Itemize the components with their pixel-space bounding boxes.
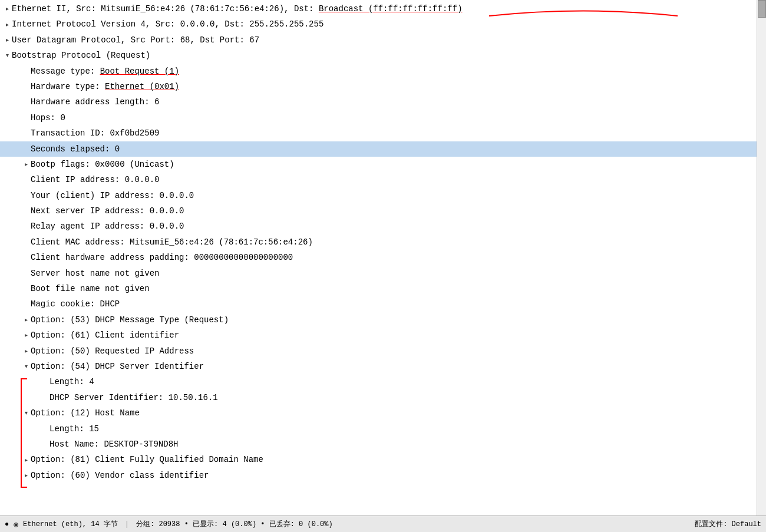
line-text: Length: 15 (49, 422, 99, 435)
line-text: Length: 4 (49, 375, 94, 388)
packet-line-line-magic[interactable]: Magic cookie: DHCP (0, 296, 766, 312)
packet-line-line-opt54[interactable]: ▾Option: (54) DHCP Server Identifier (0, 359, 766, 374)
line-expander[interactable]: ▸ (21, 331, 31, 340)
line-text: Internet Protocol Version 4, Src: 0.0.0.… (12, 18, 323, 31)
packet-line-line-bootfile-not[interactable]: Boot file name not given (0, 281, 766, 296)
line-text: Message type: Boot Request (1) (31, 65, 179, 78)
packet-line-line-hwlen[interactable]: Hardware address length: 6 (0, 94, 766, 110)
line-expander[interactable]: ▸ (21, 160, 31, 169)
line-text: Seconds elapsed: 0 (31, 143, 120, 156)
line-expander[interactable]: ▸ (2, 35, 12, 45)
line-text: Transaction ID: 0xf0bd2509 (31, 127, 159, 140)
packet-line-line-opt12[interactable]: ▾Option: (12) Host Name (0, 405, 766, 421)
line-text: Server host name not given (31, 267, 159, 280)
packet-line-line-ip[interactable]: ▸Internet Protocol Version 4, Src: 0.0.0… (0, 16, 766, 32)
line-text: Client hardware address padding: 0000000… (31, 251, 293, 264)
status-divider: | (125, 520, 129, 528)
scroll-thumb[interactable] (758, 0, 766, 18)
status-right: 配置文件: Default (695, 519, 761, 529)
detail-lines: ▸Ethernet II, Src: MitsumiE_56:e4:26 (78… (0, 0, 766, 484)
packet-line-line-opt54-server[interactable]: DHCP Server Identifier: 10.50.16.1 (0, 390, 766, 405)
status-ethernet-text: Ethernet (eth), 14 字节 (23, 519, 118, 529)
packet-line-line-clientmac[interactable]: Client MAC address: MitsumiE_56:e4:26 (7… (0, 234, 766, 250)
line-text: Hardware type: Ethernet (0x01) (31, 80, 179, 93)
line-text: Host Name: DESKTOP-3T9ND8H (49, 438, 178, 451)
packet-line-line-bootstrap[interactable]: ▾Bootstrap Protocol (Request) (0, 48, 766, 63)
line-text: Bootstrap Protocol (Request) (12, 49, 150, 62)
status-stats: 分组: 20938 • 已显示: 4 (0.0%) • 已丢弃: 0 (0.0%… (136, 519, 333, 529)
packet-line-line-hwtype[interactable]: Hardware type: Ethernet (0x01) (0, 79, 766, 94)
line-text: Next server IP address: 0.0.0.0 (31, 204, 184, 217)
line-text: Option: (61) Client identifier (31, 329, 179, 342)
packet-line-line-hops[interactable]: Hops: 0 (0, 110, 766, 125)
packet-line-line-opt54-len[interactable]: Length: 4 (0, 374, 766, 389)
line-expander[interactable]: ▾ (2, 51, 12, 60)
packet-line-line-opt60[interactable]: ▸Option: (60) Vendor class identifier (0, 468, 766, 483)
line-text: Client IP address: 0.0.0.0 (31, 173, 159, 186)
status-shark-icon: ◉ (14, 520, 18, 529)
line-text: Option: (54) DHCP Server Identifier (31, 360, 204, 373)
packet-line-line-udp[interactable]: ▸User Datagram Protocol, Src Port: 68, D… (0, 32, 766, 48)
line-text: Your (client) IP address: 0.0.0.0 (31, 189, 194, 202)
line-text: Option: (50) Requested IP Address (31, 345, 194, 358)
packet-line-line-txid[interactable]: Transaction ID: 0xf0bd2509 (0, 125, 766, 141)
line-text: Magic cookie: DHCP (31, 298, 120, 310)
line-text: Option: (60) Vendor class identifier (31, 469, 209, 482)
line-text: Hops: 0 (31, 111, 65, 124)
packet-line-line-opt12-len[interactable]: Length: 15 (0, 421, 766, 437)
packet-line-line-msgtype[interactable]: Message type: Boot Request (1) (0, 64, 766, 79)
line-expander[interactable]: ▾ (21, 362, 31, 371)
packet-line-line-ethernet[interactable]: ▸Ethernet II, Src: MitsumiE_56:e4:26 (78… (0, 1, 766, 16)
status-left: ● ◉ Ethernet (eth), 14 字节 (5, 519, 118, 529)
hwtype-underline: Ethernet (0x01) (105, 82, 179, 91)
line-expander[interactable]: ▾ (21, 408, 31, 418)
line-text: Client MAC address: MitsumiE_56:e4:26 (7… (31, 236, 313, 249)
packet-line-line-hostname-not[interactable]: Server host name not given (0, 266, 766, 281)
msgtype-underline: Boot Request (1) (100, 67, 179, 76)
scrollbar[interactable] (757, 0, 766, 516)
packet-line-line-yourip[interactable]: Your (client) IP address: 0.0.0.0 (0, 188, 766, 203)
line-text: Ethernet II, Src: MitsumiE_56:e4:26 (78:… (12, 2, 463, 15)
packet-detail-panel: ▸Ethernet II, Src: MitsumiE_56:e4:26 (78… (0, 0, 766, 516)
line-text: Option: (81) Client Fully Qualified Doma… (31, 453, 263, 466)
packet-line-line-clientip[interactable]: Client IP address: 0.0.0.0 (0, 172, 766, 187)
line-text: Boot file name not given (31, 282, 150, 295)
line-expander[interactable]: ▸ (2, 20, 12, 29)
packet-line-line-nextip[interactable]: Next server IP address: 0.0.0.0 (0, 203, 766, 219)
packet-line-line-opt12-name[interactable]: Host Name: DESKTOP-3T9ND8H (0, 437, 766, 452)
line-text: DHCP Server Identifier: 10.50.16.1 (49, 391, 218, 404)
packet-line-line-opt50[interactable]: ▸Option: (50) Requested IP Address (0, 343, 766, 359)
line-expander[interactable]: ▸ (21, 315, 31, 325)
packet-line-line-seconds[interactable]: Seconds elapsed: 0 (0, 141, 766, 157)
line-expander[interactable]: ▸ (21, 455, 31, 465)
packet-line-line-opt61[interactable]: ▸Option: (61) Client identifier (0, 328, 766, 343)
packet-line-line-hwpadding[interactable]: Client hardware address padding: 0000000… (0, 250, 766, 265)
status-config: 配置文件: Default (695, 519, 761, 529)
line-text: User Datagram Protocol, Src Port: 68, Ds… (12, 34, 259, 47)
line-text: Hardware address length: 6 (31, 95, 159, 108)
status-bar: ● ◉ Ethernet (eth), 14 字节 | 分组: 20938 • … (0, 516, 766, 532)
status-icon: ● (5, 520, 9, 528)
line-expander[interactable]: ▸ (21, 346, 31, 356)
line-text: Option: (12) Host Name (31, 407, 140, 419)
packet-line-line-bootp[interactable]: ▸Bootp flags: 0x0000 (Unicast) (0, 157, 766, 172)
line-text: Relay agent IP address: 0.0.0.0 (31, 220, 184, 233)
broadcast-underline: Broadcast (ff:ff:ff:ff:ff:ff) (319, 4, 463, 14)
line-expander[interactable]: ▸ (2, 4, 12, 14)
packet-line-line-relayip[interactable]: Relay agent IP address: 0.0.0.0 (0, 219, 766, 234)
packet-line-line-opt53[interactable]: ▸Option: (53) DHCP Message Type (Request… (0, 312, 766, 328)
line-expander[interactable]: ▸ (21, 471, 31, 480)
line-text: Bootp flags: 0x0000 (Unicast) (31, 158, 174, 171)
line-text: Option: (53) DHCP Message Type (Request) (31, 313, 229, 326)
packet-line-line-opt81[interactable]: ▸Option: (81) Client Fully Qualified Dom… (0, 452, 766, 467)
